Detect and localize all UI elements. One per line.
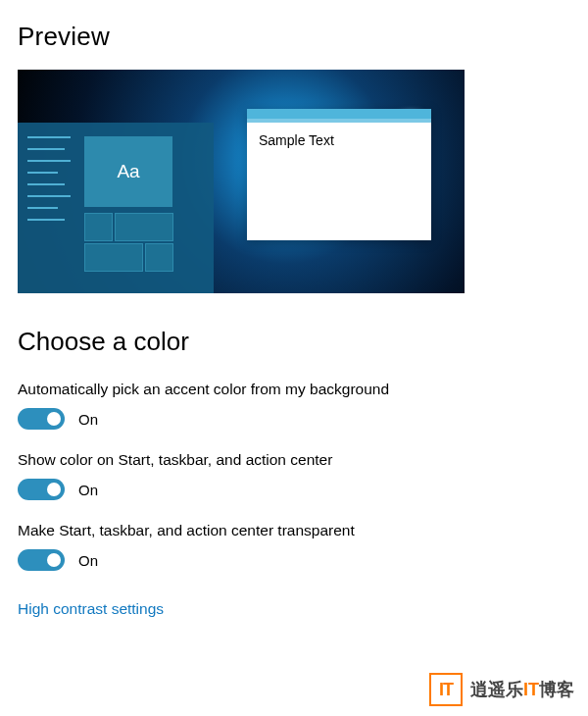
tile-medium xyxy=(84,243,143,272)
toggle-state: On xyxy=(78,552,98,569)
setting-auto-accent: Automatically pick an accent color from … xyxy=(18,381,570,430)
sample-window-text: Sample Text xyxy=(247,123,431,158)
start-tiles: Aa xyxy=(84,136,202,283)
choose-color-heading: Choose a color xyxy=(18,327,570,357)
setting-transparency: Make Start, taskbar, and action center t… xyxy=(18,522,570,571)
watermark: IT 逍遥乐IT博客 xyxy=(429,673,574,706)
watermark-text-pre: 逍遥乐 xyxy=(470,680,523,699)
preview-heading: Preview xyxy=(18,22,570,52)
tile-small xyxy=(84,213,113,241)
setting-label: Make Start, taskbar, and action center t… xyxy=(18,522,570,539)
setting-label: Automatically pick an accent color from … xyxy=(18,381,570,398)
sample-window-titlebar xyxy=(247,109,431,119)
toggle-transparency[interactable] xyxy=(18,549,65,571)
accent-tile: Aa xyxy=(84,136,172,207)
toggle-state: On xyxy=(78,482,98,498)
setting-show-color: Show color on Start, taskbar, and action… xyxy=(18,451,570,500)
toggle-state: On xyxy=(78,411,98,428)
watermark-text-it: IT xyxy=(523,680,539,699)
setting-label: Show color on Start, taskbar, and action… xyxy=(18,451,570,469)
toggle-show-color[interactable] xyxy=(18,479,65,500)
start-menu-preview: Aa xyxy=(18,123,214,293)
sample-window: Sample Text xyxy=(247,109,431,240)
watermark-badge: IT xyxy=(429,673,463,706)
tile-medium xyxy=(115,213,173,241)
high-contrast-link[interactable]: High contrast settings xyxy=(18,600,164,618)
tile-small xyxy=(145,243,173,272)
toggle-auto-accent[interactable] xyxy=(18,408,65,430)
start-menu-list xyxy=(27,136,73,230)
watermark-text-post: 博客 xyxy=(539,680,574,699)
preview-panel: Aa Sample Text xyxy=(18,70,465,293)
